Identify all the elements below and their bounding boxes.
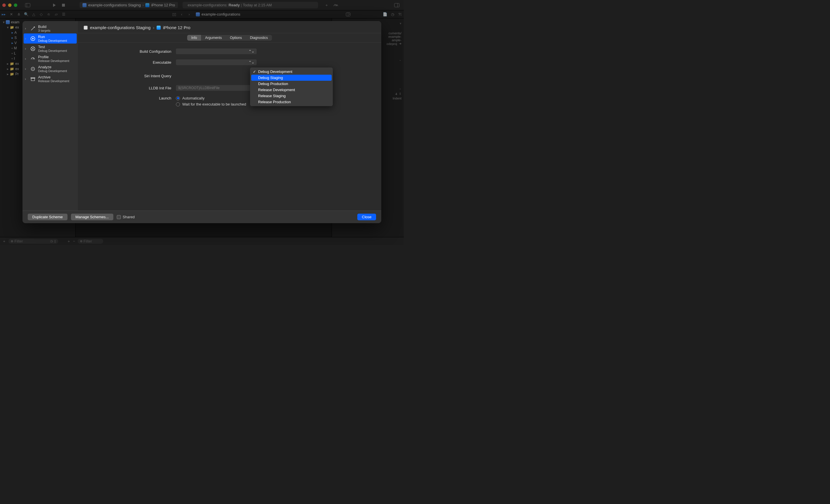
analyze-icon — [30, 66, 36, 72]
launch-wait-label: Wait for the executable to be launched — [182, 102, 246, 106]
action-build[interactable]: › Build3 targets — [23, 23, 78, 33]
executable-select[interactable]: ⌃⌄ — [176, 59, 257, 65]
dropdown-item[interactable]: Release Production — [251, 99, 332, 105]
breadcrumb-device: iPhone 12 Pro — [163, 25, 190, 30]
updown-chevron-icon: ⌃⌄ — [249, 60, 254, 64]
dropdown-item[interactable]: Debug Staging — [251, 75, 332, 81]
device-icon — [157, 26, 161, 30]
radio-off-icon — [176, 102, 180, 106]
close-button[interactable]: Close — [357, 214, 376, 220]
executable-label: Executable — [89, 60, 176, 65]
scheme-editor: › Build3 targets › RunDebug Development … — [23, 21, 381, 223]
action-profile[interactable]: › ProfileRelease Development — [23, 54, 78, 64]
chevron-right-icon: › — [25, 57, 28, 61]
launch-wait-radio[interactable]: Wait for the executable to be launched — [176, 102, 246, 106]
build-config-dropdown: Debug Development Debug Staging Debug Pr… — [250, 67, 333, 106]
manage-schemes-button[interactable]: Manage Schemes... — [71, 214, 114, 220]
tab-diagnostics[interactable]: Diagnostics — [246, 35, 272, 41]
chevron-right-icon: › — [25, 77, 28, 81]
breadcrumb-scheme: example-configurations Staging — [90, 25, 151, 30]
svg-point-11 — [31, 67, 35, 71]
lldb-init-input[interactable] — [176, 85, 250, 91]
action-run[interactable]: › RunDebug Development — [24, 33, 77, 43]
profile-icon — [30, 56, 36, 62]
build-icon — [30, 26, 36, 31]
play-icon — [30, 36, 36, 41]
dropdown-item[interactable]: Release Development — [251, 87, 332, 93]
siri-label: Siri Intent Query — [89, 74, 176, 78]
scheme-action-list: › Build3 targets › RunDebug Development … — [23, 21, 78, 210]
shared-checkbox[interactable] — [117, 215, 121, 219]
scheme-breadcrumb[interactable]: example-configurations Staging › iPhone … — [78, 21, 381, 33]
scheme-enable-checkbox[interactable] — [84, 26, 88, 30]
launch-label: Launch — [89, 96, 176, 100]
action-archive[interactable]: › ArchiveRelease Development — [23, 74, 78, 84]
shared-label: Shared — [123, 215, 135, 219]
scheme-footer: Duplicate Scheme Manage Schemes... Share… — [23, 210, 381, 223]
action-test[interactable]: › TestDebug Development — [23, 43, 78, 54]
tab-options[interactable]: Options — [226, 35, 246, 41]
chevron-right-icon: › — [25, 26, 28, 31]
radio-on-icon — [176, 96, 180, 100]
lldb-label: LLDB Init File — [89, 86, 176, 90]
chevron-right-icon: › — [25, 36, 28, 41]
updown-chevron-icon: ⌃⌄ — [249, 49, 254, 53]
chevron-right-icon: › — [25, 67, 28, 71]
archive-icon — [30, 76, 36, 82]
launch-auto-radio[interactable]: Automatically — [176, 96, 246, 100]
test-icon — [30, 46, 36, 52]
action-analyze[interactable]: › AnalyzeDebug Development — [23, 64, 78, 74]
scheme-main-panel: example-configurations Staging › iPhone … — [78, 21, 381, 210]
svg-line-10 — [33, 58, 34, 59]
tab-info[interactable]: Info — [187, 35, 201, 41]
build-config-select[interactable]: ⌃⌄ — [176, 48, 257, 54]
scheme-tab-bar: Info Arguments Options Diagnostics — [78, 33, 381, 43]
duplicate-scheme-button[interactable]: Duplicate Scheme — [28, 214, 67, 220]
build-config-label: Build Configuration — [89, 49, 176, 54]
dropdown-item[interactable]: Debug Development — [251, 69, 332, 75]
chevron-right-icon: › — [25, 46, 28, 51]
dropdown-item[interactable]: Release Staging — [251, 93, 332, 99]
dropdown-item[interactable]: Debug Production — [251, 81, 332, 87]
tab-arguments[interactable]: Arguments — [201, 35, 226, 41]
launch-auto-label: Automatically — [182, 96, 204, 100]
scheme-form: Build Configuration ⌃⌄ Executable ⌃⌄ Sir… — [78, 43, 381, 119]
